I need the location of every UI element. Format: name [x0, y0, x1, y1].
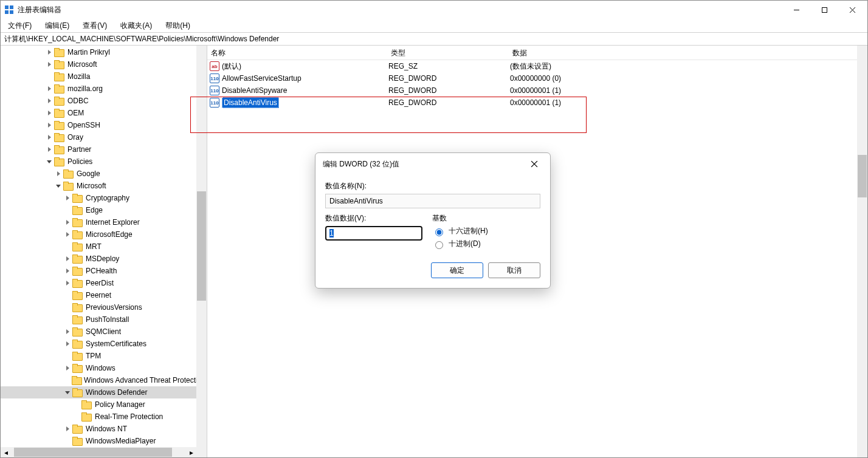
- folder-icon: [63, 182, 73, 190]
- list-row[interactable]: DisableAntiVirusREG_DWORD0x00000001 (1): [207, 97, 867, 109]
- tree-item[interactable]: Oray: [1, 131, 207, 143]
- ok-button[interactable]: 确定: [431, 262, 483, 278]
- app-icon: [4, 5, 14, 15]
- tree-item[interactable]: Internet Explorer: [1, 216, 207, 228]
- expand-icon[interactable]: [63, 218, 72, 227]
- tree-scrollbar-vertical[interactable]: [196, 46, 207, 447]
- address-bar[interactable]: 计算机\HKEY_LOCAL_MACHINE\SOFTWARE\Policies…: [1, 32, 867, 46]
- expand-icon[interactable]: [45, 48, 53, 56]
- tree-item-label: WindowsMediaPlayer: [84, 436, 157, 446]
- list-body[interactable]: (默认)REG_SZ(数值未设置)AllowFastServiceStartup…: [207, 60, 867, 109]
- tree-item[interactable]: PeerDist: [1, 277, 207, 289]
- value-name-input[interactable]: [325, 194, 540, 208]
- tree-item[interactable]: PCHealth: [1, 265, 207, 277]
- cancel-button[interactable]: 取消: [488, 262, 540, 278]
- expand-icon[interactable]: [54, 182, 63, 190]
- list-row[interactable]: AllowFastServiceStartupREG_DWORD0x000000…: [207, 72, 867, 84]
- list-scrollbar-vertical[interactable]: [857, 46, 867, 457]
- expand-icon[interactable]: [63, 267, 72, 275]
- expand-icon[interactable]: [45, 109, 53, 117]
- scroll-right-icon[interactable]: ▸: [186, 447, 196, 457]
- tree-item[interactable]: Peernet: [1, 289, 207, 301]
- dialog-close-button[interactable]: [526, 156, 543, 173]
- dialog-titlebar[interactable]: 编辑 DWORD (32 位)值: [315, 153, 550, 175]
- list-row[interactable]: (默认)REG_SZ(数值未设置): [207, 60, 867, 72]
- expand-icon[interactable]: [63, 340, 72, 348]
- tree-item[interactable]: OpenSSH: [1, 119, 207, 131]
- expand-icon[interactable]: [63, 230, 72, 239]
- close-button[interactable]: [838, 1, 866, 19]
- tree-item[interactable]: Partner: [1, 143, 207, 156]
- value-data-input[interactable]: [325, 226, 422, 241]
- tree-scrollbar-horizontal[interactable]: ◂ ▸: [1, 447, 196, 457]
- expand-icon[interactable]: [45, 121, 53, 129]
- expand-icon[interactable]: [45, 84, 53, 93]
- expand-icon[interactable]: [45, 133, 53, 142]
- tree-item[interactable]: SQMClient: [1, 326, 207, 338]
- tree-item[interactable]: Edge: [1, 204, 207, 216]
- menu-file[interactable]: 文件(F): [4, 19, 35, 32]
- expand-icon[interactable]: [45, 157, 53, 166]
- expand-icon[interactable]: [63, 194, 72, 202]
- tree-item[interactable]: Windows Advanced Threat Protection: [1, 374, 207, 386]
- tree-item[interactable]: Policies: [1, 156, 207, 168]
- radix-hex-radio[interactable]: [435, 228, 443, 236]
- value-data: (数值未设置): [509, 61, 867, 72]
- tree-item[interactable]: ODBC: [1, 95, 207, 107]
- tree-item[interactable]: Cryptography: [1, 192, 207, 204]
- tree-item[interactable]: Microsoft: [1, 58, 207, 70]
- folder-icon: [81, 412, 91, 421]
- tree-item[interactable]: SystemCertificates: [1, 338, 207, 350]
- col-type-header[interactable]: 类型: [387, 46, 509, 60]
- scroll-thumb[interactable]: [197, 191, 206, 301]
- tree-item[interactable]: Windows NT: [1, 423, 207, 435]
- list-header[interactable]: 名称 类型 数据: [207, 46, 867, 60]
- col-data-header[interactable]: 数据: [509, 46, 867, 60]
- expand-icon[interactable]: [63, 327, 72, 336]
- expand-icon[interactable]: [45, 145, 53, 154]
- expand-icon[interactable]: [45, 97, 53, 105]
- expand-icon[interactable]: [63, 364, 72, 372]
- col-name-header[interactable]: 名称: [207, 46, 387, 60]
- menu-help[interactable]: 帮助(H): [162, 19, 194, 32]
- tree-item[interactable]: Martin Prikryl: [1, 46, 207, 58]
- tree-item[interactable]: Windows: [1, 362, 207, 374]
- radix-dec-option[interactable]: 十进制(D): [432, 239, 540, 249]
- tree-item[interactable]: PushToInstall: [1, 313, 207, 326]
- tree-item[interactable]: WindowsMediaPlayer: [1, 435, 207, 447]
- expand-icon[interactable]: [63, 255, 72, 263]
- expand-icon[interactable]: [54, 169, 63, 178]
- expand-icon[interactable]: [63, 425, 72, 433]
- maximize-button[interactable]: [810, 1, 838, 19]
- tree-item[interactable]: TPM: [1, 350, 207, 362]
- scroll-left-icon[interactable]: ◂: [1, 447, 11, 457]
- menu-edit[interactable]: 编辑(E): [41, 19, 73, 32]
- expand-icon[interactable]: [63, 279, 72, 287]
- tree-item-label: Google: [75, 169, 102, 179]
- tree-item[interactable]: MSDeploy: [1, 253, 207, 265]
- list-row[interactable]: DisableAntiSpywareREG_DWORD0x00000001 (1…: [207, 84, 867, 97]
- tree-item[interactable]: PreviousVersions: [1, 301, 207, 313]
- tree[interactable]: Martin PrikrylMicrosoftMozillamozilla.or…: [1, 46, 207, 447]
- minimize-button[interactable]: [782, 1, 810, 19]
- radix-dec-radio[interactable]: [435, 241, 443, 249]
- tree-item[interactable]: Google: [1, 168, 207, 180]
- tree-item[interactable]: mozilla.org: [1, 83, 207, 95]
- tree-item[interactable]: Microsoft: [1, 180, 207, 192]
- tree-item[interactable]: Policy Manager: [1, 398, 207, 411]
- scroll-thumb[interactable]: [858, 155, 867, 197]
- tree-item[interactable]: MicrosoftEdge: [1, 228, 207, 241]
- menu-favorites[interactable]: 收藏夹(A): [117, 19, 156, 32]
- svg-rect-2: [5, 10, 9, 14]
- folder-icon: [72, 388, 82, 397]
- expand-icon[interactable]: [63, 388, 72, 397]
- menu-view[interactable]: 查看(V): [79, 19, 111, 32]
- tree-item[interactable]: Windows Defender: [1, 386, 207, 398]
- radix-hex-option[interactable]: 十六进制(H): [432, 226, 540, 236]
- tree-item[interactable]: MRT: [1, 241, 207, 253]
- tree-item[interactable]: Mozilla: [1, 70, 207, 83]
- scroll-thumb[interactable]: [14, 448, 172, 457]
- tree-item[interactable]: Real-Time Protection: [1, 411, 207, 423]
- tree-item[interactable]: OEM: [1, 107, 207, 119]
- expand-icon[interactable]: [45, 60, 53, 69]
